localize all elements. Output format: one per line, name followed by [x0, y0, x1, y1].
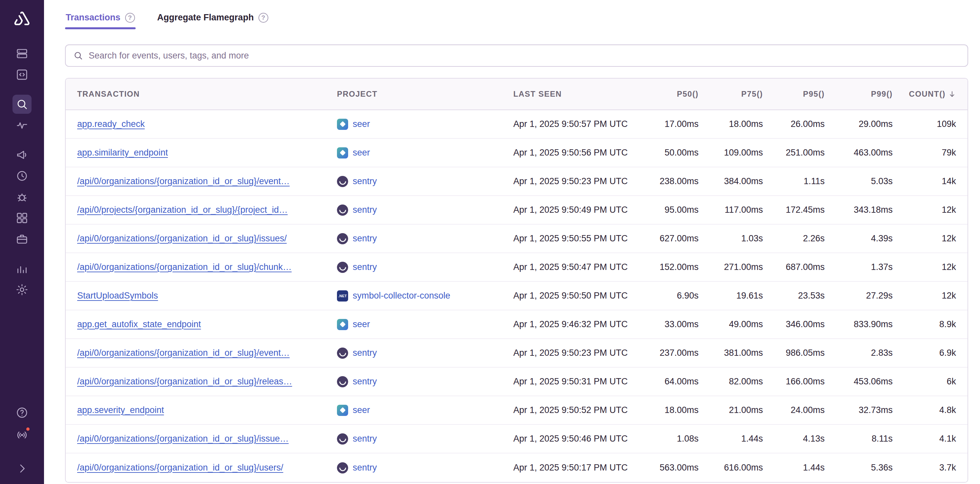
transaction-link[interactable]: /api/0/organizations/{organization_id_or… — [77, 348, 337, 358]
project-link[interactable]: sentry — [353, 262, 377, 272]
sidebar-item-traces[interactable] — [13, 116, 32, 135]
transaction-link[interactable]: /api/0/organizations/{organization_id_or… — [77, 377, 337, 387]
platform-icon — [337, 319, 348, 330]
transaction-link[interactable]: /api/0/projects/{organization_id_or_slug… — [77, 205, 337, 215]
platform-icon — [337, 462, 348, 473]
last-seen-cell: Apr 1, 2025 9:50:57 PM UTC — [513, 119, 645, 129]
transaction-link[interactable]: StartUploadSymbols — [77, 291, 337, 301]
transaction-link[interactable]: /api/0/organizations/{organization_id_or… — [77, 262, 337, 272]
platform-icon — [337, 348, 348, 359]
table-row: app.get_autofix_state_endpoint seer Apr … — [66, 310, 967, 339]
project-link[interactable]: seer — [353, 319, 370, 329]
table-row: app.ready_check seer Apr 1, 2025 9:50:57… — [66, 110, 967, 139]
p75-cell: 109.00ms — [698, 148, 763, 158]
search-input[interactable] — [89, 51, 960, 61]
p99-cell: 8.11s — [825, 434, 892, 444]
platform-icon — [337, 176, 348, 187]
project-link[interactable]: sentry — [353, 463, 377, 473]
project-link[interactable]: symbol-collector-console — [353, 291, 450, 301]
transaction-link[interactable]: /api/0/organizations/{organization_id_or… — [77, 463, 337, 473]
last-seen-cell: Apr 1, 2025 9:50:46 PM UTC — [513, 434, 645, 444]
tab-aggregate-flamegraph[interactable]: Aggregate Flamegraph — [157, 10, 269, 29]
sidebar-item-projects[interactable] — [13, 65, 32, 84]
p95-cell: 26.00ms — [763, 119, 825, 129]
p50-cell: 50.00ms — [645, 148, 698, 158]
project-link[interactable]: sentry — [353, 233, 377, 244]
project-link[interactable]: sentry — [353, 348, 377, 358]
transaction-link[interactable]: /api/0/organizations/{organization_id_or… — [77, 233, 337, 244]
p50-cell: 17.00ms — [645, 119, 698, 129]
project-link[interactable]: seer — [353, 119, 370, 129]
sidebar-item-settings[interactable] — [13, 280, 32, 299]
help-icon[interactable] — [125, 13, 135, 23]
count-cell: 8.9k — [892, 319, 956, 329]
sidebar-item-replays[interactable] — [13, 166, 32, 185]
col-project[interactable]: PROJECT — [337, 89, 513, 99]
col-p95[interactable]: P95() — [763, 89, 825, 99]
sidebar-item-stats[interactable] — [13, 259, 32, 278]
col-last-seen[interactable]: LAST SEEN — [513, 89, 645, 99]
table-row: /api/0/organizations/{organization_id_or… — [66, 253, 967, 282]
tab-transactions[interactable]: Transactions — [65, 10, 136, 29]
platform-icon — [337, 433, 348, 444]
p99-cell: 32.73ms — [825, 405, 892, 415]
p50-cell: 152.00ms — [645, 262, 698, 272]
table-row: /api/0/organizations/{organization_id_or… — [66, 167, 967, 196]
project-link[interactable]: sentry — [353, 377, 377, 387]
project-link[interactable]: seer — [353, 148, 370, 158]
help-icon — [16, 406, 29, 419]
projects-icon — [16, 68, 29, 81]
sidebar-item-crons[interactable] — [13, 187, 32, 206]
sidebar-item-whats-new[interactable] — [13, 425, 32, 444]
sidebar-item-help[interactable] — [13, 403, 32, 422]
col-p50[interactable]: P50() — [645, 89, 698, 99]
traces-icon — [16, 119, 29, 132]
transaction-link[interactable]: app.ready_check — [77, 119, 337, 129]
sidebar-item-feedback[interactable] — [13, 145, 32, 165]
project-link[interactable]: sentry — [353, 176, 377, 187]
dashboards-grid-icon — [16, 211, 29, 225]
p75-cell: 1.44s — [698, 434, 763, 444]
count-cell: 12k — [892, 233, 956, 244]
expand-chevron-icon — [16, 462, 29, 475]
col-p75[interactable]: P75() — [698, 89, 763, 99]
p75-cell: 381.00ms — [698, 348, 763, 358]
col-p99[interactable]: P99() — [825, 89, 892, 99]
col-transaction[interactable]: TRANSACTION — [77, 89, 337, 99]
project-link[interactable]: sentry — [353, 205, 377, 215]
sidebar-item-releases[interactable] — [13, 230, 32, 249]
p50-cell: 238.00ms — [645, 176, 698, 187]
p99-cell: 5.36s — [825, 463, 892, 473]
sidebar-nav-middle — [13, 145, 32, 249]
transaction-link[interactable]: app.get_autofix_state_endpoint — [77, 319, 337, 329]
platform-icon — [337, 233, 348, 244]
p99-cell: 4.39s — [825, 233, 892, 244]
sidebar-expand-button[interactable] — [13, 459, 32, 478]
col-count[interactable]: COUNT() — [892, 89, 956, 99]
p50-cell: 627.00ms — [645, 233, 698, 244]
sidebar-item-dashboards[interactable] — [13, 208, 32, 228]
transaction-link[interactable]: app.severity_endpoint — [77, 405, 337, 415]
help-icon[interactable] — [258, 13, 268, 23]
count-cell: 6k — [892, 377, 956, 387]
p99-cell: 1.37s — [825, 262, 892, 272]
p75-cell: 18.00ms — [698, 119, 763, 129]
search-bar[interactable] — [65, 45, 968, 67]
sentry-logo[interactable] — [11, 8, 32, 30]
project-link[interactable]: sentry — [353, 434, 377, 444]
last-seen-cell: Apr 1, 2025 9:50:56 PM UTC — [513, 148, 645, 158]
megaphone-icon — [16, 148, 29, 161]
sidebar-item-explore[interactable] — [13, 95, 32, 114]
transaction-link[interactable]: app.similarity_endpoint — [77, 148, 337, 158]
sidebar-item-issues[interactable] — [13, 44, 32, 63]
project-link[interactable]: seer — [353, 405, 370, 415]
p95-cell: 2.26s — [763, 233, 825, 244]
search-icon — [73, 50, 83, 61]
count-cell: 12k — [892, 205, 956, 215]
transaction-link[interactable]: /api/0/organizations/{organization_id_or… — [77, 434, 337, 444]
platform-icon — [337, 204, 348, 216]
transaction-link[interactable]: /api/0/organizations/{organization_id_or… — [77, 176, 337, 187]
platform-icon — [337, 262, 348, 273]
table-row: /api/0/organizations/{organization_id_or… — [66, 339, 967, 367]
count-cell: 12k — [892, 291, 956, 301]
